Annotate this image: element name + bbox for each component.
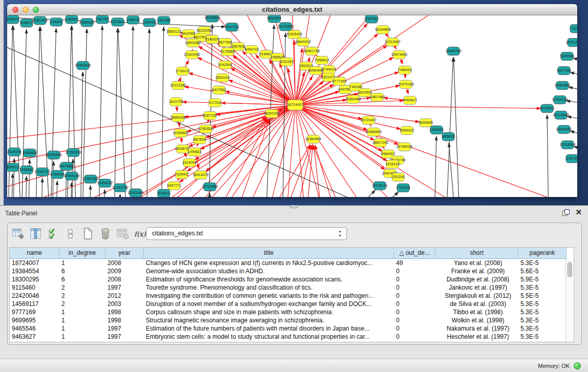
graph-node[interactable]: 20053346 <box>75 61 91 70</box>
graph-node[interactable]: 19654925 <box>170 114 186 122</box>
graph-node[interactable]: 10655287 <box>79 18 95 27</box>
graph-node[interactable]: 9463627 <box>403 96 417 104</box>
vertical-scrollbar[interactable] <box>565 259 574 342</box>
graph-node[interactable]: 18300295 <box>264 110 279 118</box>
graph-node[interactable]: 887834 <box>193 136 206 144</box>
graph-node[interactable]: 19756928 <box>396 143 412 151</box>
graph-node[interactable]: 8186328 <box>205 35 219 43</box>
graph-node[interactable]: 18640910 <box>295 38 311 46</box>
minimize-window-icon[interactable] <box>23 7 29 13</box>
column-header-in_degree[interactable]: in_degree <box>59 248 105 259</box>
graph-node[interactable]: 17016504 <box>559 141 575 149</box>
graph-node[interactable]: 1499822 <box>187 148 201 156</box>
graph-node[interactable]: 160338 <box>158 16 170 25</box>
panel-divider-handle[interactable] <box>290 205 298 208</box>
graph-node[interactable]: 8220357 <box>279 58 293 66</box>
graph-node[interactable]: 15692951 <box>556 125 572 134</box>
column-header-year[interactable]: year <box>105 248 144 259</box>
scrollbar-thumb[interactable] <box>567 262 572 277</box>
graph-node[interactable]: 1993858 <box>23 149 36 157</box>
graph-node[interactable]: 1515682 <box>19 166 33 174</box>
graph-node[interactable]: 7485063 <box>398 66 411 74</box>
graph-node[interactable]: 2526095 <box>7 148 21 156</box>
graph-node[interactable]: 7625402 <box>175 170 188 179</box>
graph-node[interactable]: 924501 <box>158 189 170 197</box>
row-height-icon[interactable] <box>64 227 77 240</box>
close-window-icon[interactable] <box>12 7 18 13</box>
zoom-window-icon[interactable] <box>33 7 39 13</box>
column-header-name[interactable]: name <box>10 248 59 259</box>
graph-node[interactable]: 9175685 <box>221 48 234 56</box>
graph-node[interactable]: 10975887 <box>58 162 74 170</box>
graph-node[interactable]: 16033809 <box>204 15 220 22</box>
graph-node[interactable]: 1810755 <box>169 98 183 106</box>
graph-node[interactable]: 9227343 <box>557 67 571 75</box>
graph-node[interactable]: 12975185 <box>398 80 413 89</box>
graph-node[interactable]: 15136141 <box>372 182 387 190</box>
graph-node[interactable]: 17359924 <box>65 148 81 157</box>
graph-node[interactable]: 1514099 <box>182 159 196 167</box>
network-canvas[interactable]: 8860123891295518226058982750316543382818… <box>7 15 577 197</box>
graph-node[interactable]: 152760 <box>96 15 108 24</box>
graph-node[interactable]: 1615132 <box>385 160 399 168</box>
graph-node-hub[interactable]: 18724007 <box>287 100 303 110</box>
show-columns-icon[interactable] <box>29 227 42 240</box>
table-row[interactable]: 2242004622012Investigating the contribut… <box>10 292 574 300</box>
graph-node[interactable]: 12342737 <box>34 168 50 176</box>
graph-node[interactable]: 16914479 <box>192 171 208 179</box>
graph-node[interactable]: 20206556 <box>46 151 61 159</box>
graph-node[interactable]: 16154808 <box>375 26 390 34</box>
graph-node[interactable]: 1527602 <box>111 18 124 26</box>
graph-node[interactable]: 405872 <box>20 19 33 27</box>
column-header-out_de[interactable]: △ out_de... <box>394 248 435 259</box>
graph-node[interactable]: 20364486 <box>345 95 361 103</box>
graph-node[interactable]: 16648784 <box>445 47 461 55</box>
table-select-dropdown[interactable]: citations_edges.txt ▲▼ <box>146 227 347 240</box>
column-header-title[interactable]: title <box>144 248 394 259</box>
graph-node[interactable]: 8215953 <box>540 104 554 113</box>
delete-column-icon[interactable] <box>99 227 112 240</box>
graph-node[interactable]: 9329966 <box>560 52 574 60</box>
graph-node[interactable]: 9457771 <box>167 182 181 190</box>
graph-node[interactable]: 9242844 <box>218 61 232 69</box>
graph-node[interactable]: 8427552 <box>212 86 226 94</box>
graph-node[interactable]: 19166825 <box>172 129 188 137</box>
graph-node[interactable]: 7955812 <box>315 56 329 64</box>
graph-node[interactable]: 8267130 <box>203 112 216 120</box>
table-row[interactable]: 1872400712008Changes of HCN gene express… <box>10 259 574 267</box>
graph-node[interactable]: 15751074 <box>565 38 577 47</box>
graph-node[interactable]: 1154194 <box>51 170 64 179</box>
graph-node[interactable]: 16782759 <box>112 184 128 192</box>
table-row[interactable]: 911546021997Tourette syndrome. Phenomeno… <box>10 283 574 292</box>
selection-checks-icon[interactable] <box>47 227 59 240</box>
graph-node[interactable]: 8813054 <box>267 15 281 23</box>
graph-node[interactable]: 12353534 <box>198 125 213 133</box>
graph-node[interactable]: 9777169 <box>332 77 346 85</box>
graph-node[interactable]: 850513 <box>7 163 19 171</box>
graph-node[interactable]: 12505135 <box>63 172 79 180</box>
graph-node[interactable]: 8990448 <box>309 67 322 75</box>
graph-node[interactable]: 205572 <box>7 15 19 24</box>
column-header-pagerank[interactable]: pagerank <box>518 248 567 259</box>
graph-node[interactable]: 12213967 <box>384 38 400 46</box>
graph-node[interactable]: 106552 <box>66 15 78 24</box>
graph-node[interactable]: 20691406 <box>32 16 48 25</box>
delete-table-icon[interactable] <box>116 227 129 240</box>
graph-node[interactable]: 239018 <box>127 16 139 24</box>
table-row[interactable]: 969969511998Structural magnetic resonanc… <box>10 316 574 324</box>
graph-node[interactable]: 17357253 <box>82 175 98 183</box>
graph-node[interactable]: 10688609 <box>365 128 381 136</box>
graph-node[interactable]: 12444154 <box>552 96 568 104</box>
table-row[interactable]: 1456911722003Disruption of a novel membe… <box>10 300 574 308</box>
graph-node[interactable]: 985815 <box>442 133 454 141</box>
graph-node[interactable]: 8454743 <box>245 46 258 54</box>
new-column-icon[interactable] <box>81 227 94 240</box>
graph-node[interactable]: 2718120 <box>176 67 189 75</box>
table-row[interactable]: 977716911998Corpus callosum shape and si… <box>10 308 574 316</box>
graph-node[interactable]: 12923448 <box>127 189 143 197</box>
table-mode-icon[interactable] <box>12 227 25 240</box>
graph-node[interactable]: 18807243 <box>372 139 388 147</box>
graph-node[interactable]: 10807487 <box>369 93 385 101</box>
graph-node[interactable]: 12093852 <box>554 81 570 90</box>
table-row[interactable]: 946362711997Embryonic stem cells: a mode… <box>10 333 574 341</box>
